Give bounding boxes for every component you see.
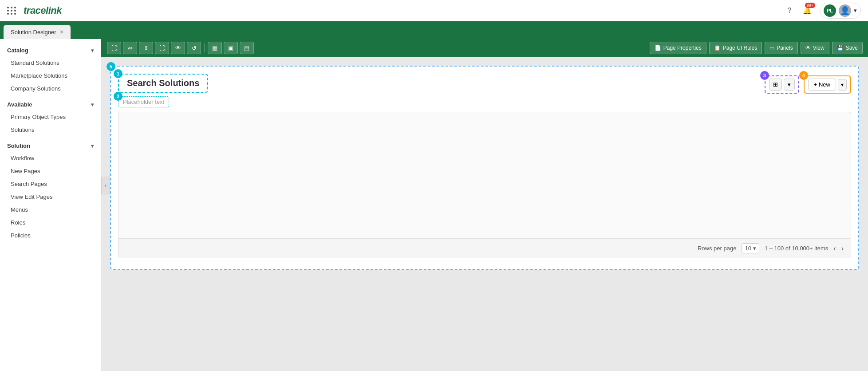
save-label: Save [846,45,858,51]
pagination-bar: Rows per page 10 ▾ 1 – 100 of 10,000+ it… [118,238,851,258]
sidebar-item-policies[interactable]: Policies [0,229,101,242]
save-icon: 💾 [837,45,844,51]
design-canvas: 5 1 Search Solutions [101,57,868,371]
sidebar: Catalog ▾ Standard Solutions Marketplace… [0,39,101,371]
page-ui-rules-button[interactable]: 📋 Page UI Rules [709,42,762,54]
next-page-button[interactable]: › [841,245,844,253]
rows-dropdown-icon: ▾ [753,245,756,252]
solution-section: Solution ▾ Workflow New Pages Search Pag… [0,138,101,242]
rows-per-page-select[interactable]: 10 ▾ [742,243,759,253]
view-icon: 👁 [805,45,811,51]
sidebar-item-workflow[interactable]: Workflow [0,152,101,165]
page-properties-button[interactable]: 📄 Page Properties [650,42,706,54]
new-dropdown-button[interactable]: ▾ [838,79,847,91]
redo-button[interactable]: ↺ [187,42,201,54]
avatar-photo: 👤 [839,4,851,17]
solution-header[interactable]: Solution ▾ [0,138,101,152]
page-ui-rules-icon: 📋 [714,45,721,51]
table-view-button[interactable]: ▣ [224,42,238,54]
tab-close-button[interactable]: × [60,28,63,36]
page-properties-label: Page Properties [663,45,702,51]
panels-button[interactable]: ▭ Panels [765,42,798,54]
grid-menu-icon[interactable] [7,7,16,15]
dropdown-chevron-button[interactable]: ▾ [784,79,795,91]
page-canvas: 5 1 Search Solutions [110,66,859,288]
content-area: ⛶ ⇔ ⇕ ⛶ 👁 ↺ ▦ ▣ ▤ 📄 Page Properties 📋 Pa… [101,39,868,371]
panels-label: Panels [777,45,793,51]
step-4-badge: 4 [799,71,808,80]
sidebar-item-menus[interactable]: Menus [0,203,101,216]
placeholder-text: Placeholder text [123,99,164,105]
button-group-3: ⊞ ▾ [765,75,799,94]
view-button[interactable]: 👁 View [801,42,829,54]
sidebar-item-view-edit-pages[interactable]: View Edit Pages [0,190,101,203]
avatar: PL [824,4,836,17]
notification-icon[interactable]: 🔔 99+ [802,5,813,16]
tab-bar: Solution Designer × [0,21,868,39]
sidebar-item-company-solutions[interactable]: Company Solutions [0,82,101,95]
step-3-badge: 3 [760,71,769,80]
grid-icon-button[interactable]: ⊞ [769,79,782,91]
user-menu[interactable]: PL 👤 ▾ [820,3,861,19]
sidebar-collapse-button[interactable]: ‹ [101,177,110,194]
page-ui-rules-label: Page UI Rules [723,45,757,51]
available-chevron: ▾ [91,102,94,108]
available-section: Available ▾ Primary Object Types Solutio… [0,97,101,136]
expand-h-button[interactable]: ⇔ [123,42,137,54]
solution-chevron: ▾ [91,143,94,149]
view-label: View [813,45,825,51]
full-screen-button[interactable]: ⛶ [155,42,169,54]
rows-value: 10 [745,245,751,252]
user-menu-chevron: ▾ [854,7,857,14]
items-range-label: 1 – 100 of 10,000+ items [765,245,828,252]
step-5-badge: 5 [107,62,115,71]
toolbar-left-buttons: ⛶ ⇔ ⇕ ⛶ 👁 ↺ ▦ ▣ ▤ [107,42,254,54]
nav-right: ? 🔔 99+ PL 👤 ▾ [784,3,861,19]
sidebar-item-search-pages[interactable]: Search Pages [0,178,101,190]
catalog-section: Catalog ▾ Standard Solutions Marketplace… [0,43,101,95]
solution-designer-tab[interactable]: Solution Designer × [4,25,71,39]
save-button[interactable]: 💾 Save [832,42,863,54]
data-table-area: Rows per page 10 ▾ 1 – 100 of 10,000+ it… [118,112,851,258]
toolbar-right-buttons: 📄 Page Properties 📋 Page UI Rules ▭ Pane… [650,42,863,54]
available-label: Available [7,101,32,108]
available-header[interactable]: Available ▾ [0,97,101,111]
new-button[interactable]: + New [808,79,836,91]
catalog-label: Catalog [7,47,28,54]
button-group-4: + New ▾ [804,75,851,94]
step-1-badge: 1 [114,69,122,78]
sidebar-item-primary-object-types[interactable]: Primary Object Types [0,111,101,123]
catalog-chevron: ▾ [91,47,94,54]
sidebar-item-standard-solutions[interactable]: Standard Solutions [0,56,101,69]
prev-page-button[interactable]: ‹ [833,245,836,253]
top-nav: tracelink ? 🔔 99+ PL 👤 ▾ [0,0,868,21]
solution-label: Solution [7,142,30,149]
panels-icon: ▭ [769,45,774,51]
table-content [118,112,851,237]
page-title: Search Solutions [127,78,199,88]
app-logo: tracelink [24,5,62,16]
expand-v-button[interactable]: ⇕ [139,42,153,54]
notification-badge: 99+ [805,3,815,8]
page-properties-icon: 📄 [655,45,661,51]
placeholder-block: Placeholder text [118,96,169,107]
sidebar-item-roles[interactable]: Roles [0,216,101,229]
preview-button[interactable]: 👁 [171,42,185,54]
catalog-header[interactable]: Catalog ▾ [0,43,101,56]
help-icon[interactable]: ? [784,5,795,16]
main-layout: Catalog ▾ Standard Solutions Marketplace… [0,39,868,371]
tab-label: Solution Designer [11,29,56,36]
sidebar-item-marketplace-solutions[interactable]: Marketplace Solutions [0,69,101,82]
step-2-badge: 2 [114,92,122,101]
list-view-button[interactable]: ▤ [240,42,254,54]
fit-width-button[interactable]: ⛶ [107,42,121,54]
sidebar-item-new-pages[interactable]: New Pages [0,165,101,178]
toolbar-separator-1 [204,43,205,52]
sidebar-item-solutions[interactable]: Solutions [0,123,101,136]
title-block[interactable]: Search Solutions [118,74,208,93]
grid-view-button[interactable]: ▦ [208,42,222,54]
designer-toolbar: ⛶ ⇔ ⇕ ⛶ 👁 ↺ ▦ ▣ ▤ 📄 Page Properties 📋 Pa… [101,39,868,57]
rows-per-page-label: Rows per page [698,245,736,252]
